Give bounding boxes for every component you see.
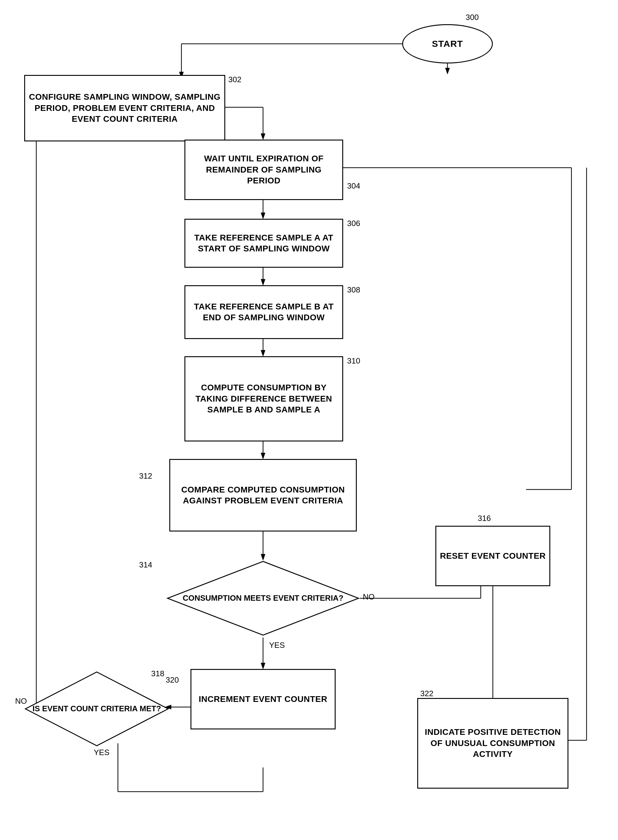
ref-304: 304 [347,181,360,191]
node-308: TAKE REFERENCE SAMPLE B AT END OF SAMPLI… [184,285,343,339]
ref-306: 306 [347,219,360,228]
node-314-diamond-container: CONSUMPTION MEETS EVENT CRITERIA? [166,560,360,636]
svg-marker-9 [261,213,265,219]
flowchart-diagram: 300 START CONFIGURE SAMPLING WINDOW, SAM… [0,0,618,840]
svg-marker-1 [446,68,450,74]
ref-316: 316 [478,514,491,523]
ref-302: 302 [228,75,241,84]
svg-marker-7 [261,133,265,139]
node-310: COMPUTE CONSUMPTION BY TAKING DIFFERENCE… [184,356,343,441]
node-302: CONFIGURE SAMPLING WINDOW, SAMPLING PERI… [24,75,225,141]
yes-label-314: YES [269,641,285,650]
node-304: WAIT UNTIL EXPIRATION OF REMAINDER OF SA… [184,139,343,200]
start-node: START [402,24,493,64]
svg-marker-11 [261,279,265,285]
node-322: INDICATE POSITIVE DETECTION OF UNUSUAL C… [417,698,568,789]
ref-314: 314 [139,560,152,570]
ref-310: 310 [347,356,360,366]
svg-marker-15 [261,453,265,459]
node-320-text: IS EVENT COUNT CRITERIA MET? [24,671,169,747]
ref-322: 322 [420,689,433,698]
svg-marker-17 [261,554,265,560]
node-312: COMPARE COMPUTED CONSUMPTION AGAINST PRO… [169,459,357,532]
diagram-ref-300: 300 [466,13,478,22]
node-316: RESET EVENT COUNTER [435,526,550,586]
svg-marker-13 [261,350,265,356]
no-label-314: NO [363,592,374,601]
yes-label-320: YES [94,748,110,757]
node-314-text: CONSUMPTION MEETS EVENT CRITERIA? [166,560,360,636]
ref-308: 308 [347,285,360,295]
node-320-diamond-container: IS EVENT COUNT CRITERIA MET? [24,671,169,747]
node-318: INCREMENT EVENT COUNTER [190,669,336,729]
svg-marker-22 [261,663,265,669]
node-306: TAKE REFERENCE SAMPLE A AT START OF SAMP… [184,219,343,268]
ref-312: 312 [139,471,152,481]
